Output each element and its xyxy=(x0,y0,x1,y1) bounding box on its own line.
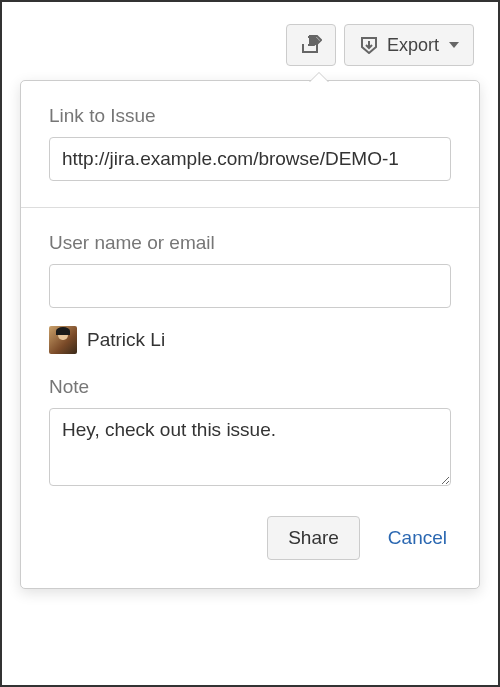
link-to-issue-label: Link to Issue xyxy=(49,105,451,127)
share-toolbar-button[interactable] xyxy=(286,24,336,66)
avatar xyxy=(49,326,77,354)
selected-user-name: Patrick Li xyxy=(87,329,165,351)
user-field-label: User name or email xyxy=(49,232,451,254)
chevron-down-icon xyxy=(449,42,459,48)
note-label: Note xyxy=(49,376,451,398)
export-icon xyxy=(359,36,379,54)
link-to-issue-input[interactable] xyxy=(49,137,451,181)
popup-actions: Share Cancel xyxy=(21,516,479,588)
selected-user-row[interactable]: Patrick Li xyxy=(49,326,451,354)
share-icon xyxy=(300,35,322,55)
note-textarea[interactable] xyxy=(49,408,451,486)
export-label: Export xyxy=(387,35,439,56)
link-section: Link to Issue xyxy=(21,81,479,208)
share-popup: Link to Issue User name or email Patrick… xyxy=(20,80,480,589)
share-button[interactable]: Share xyxy=(267,516,360,560)
share-form-section: User name or email Patrick Li Note xyxy=(21,208,479,516)
note-block: Note xyxy=(49,376,451,490)
export-button[interactable]: Export xyxy=(344,24,474,66)
user-name-input[interactable] xyxy=(49,264,451,308)
cancel-button[interactable]: Cancel xyxy=(384,517,451,559)
popup-arrow xyxy=(309,72,329,82)
toolbar: Export xyxy=(286,24,474,66)
